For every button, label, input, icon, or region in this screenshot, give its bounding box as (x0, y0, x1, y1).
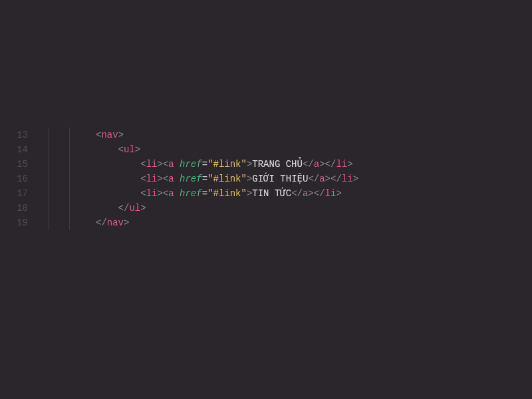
code-line[interactable]: <li><a href="#link">TRANG CHỦ</a></li> (96, 157, 358, 172)
line-number: 16 (0, 172, 28, 186)
code-line[interactable]: <ul> (96, 142, 358, 157)
line-number: 18 (0, 201, 28, 215)
code-line[interactable]: </nav> (96, 215, 358, 230)
line-number: 13 (0, 128, 28, 142)
code-area[interactable]: <nav> <ul> <li><a href="#link">TRANG CHỦ… (37, 128, 358, 230)
line-number: 15 (0, 157, 28, 172)
code-editor[interactable]: 13 14 15 16 17 18 19 <nav> <ul> <li><a h… (0, 0, 532, 230)
line-number: 14 (0, 142, 28, 157)
code-line[interactable]: <nav> (96, 128, 358, 142)
code-line[interactable]: <li><a href="#link">GIỚI THIỆU</a></li> (96, 172, 358, 186)
code-line[interactable]: </ul> (96, 201, 358, 215)
line-number-gutter: 13 14 15 16 17 18 19 (0, 128, 37, 230)
line-number: 17 (0, 186, 28, 201)
code-line[interactable]: <li><a href="#link">TIN TỨC</a></li> (96, 186, 358, 201)
line-number: 19 (0, 215, 28, 230)
